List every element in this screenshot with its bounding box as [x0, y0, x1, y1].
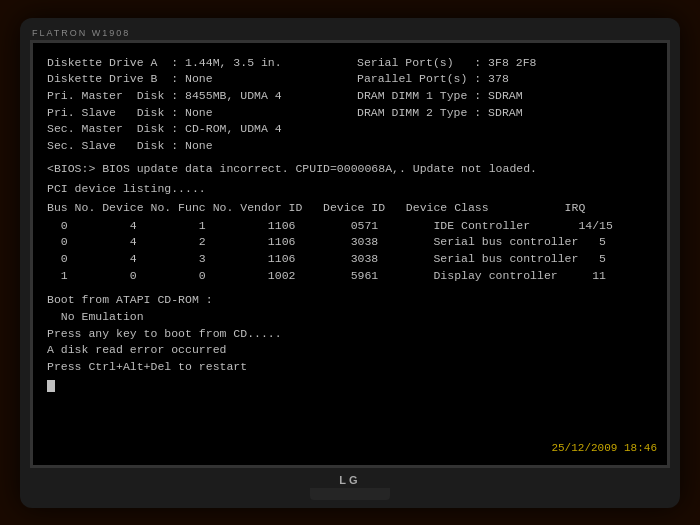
drive-line-4: Pri. Slave Disk : None: [47, 105, 357, 122]
bios-screen: Diskette Drive A : 1.44M, 3.5 in. Disket…: [30, 40, 670, 468]
boot-section: Boot from ATAPI CD-ROM : No Emulation Pr…: [47, 292, 653, 392]
drive-line-3: Pri. Master Disk : 8455MB, UDMA 4: [47, 88, 357, 105]
port-line-1: Serial Port(s) : 3F8 2F8: [357, 55, 653, 72]
monitor-brand: FLATRON W1908: [28, 26, 672, 40]
pci-listing-label: PCI device listing.....: [47, 181, 653, 198]
pci-row-2: 0 4 2 1106 3038 Serial bus controller 5: [47, 234, 653, 251]
timestamp: 25/12/2009 18:46: [551, 441, 657, 457]
pci-row-1: 0 4 1 1106 0571 IDE Controller 14/15: [47, 218, 653, 235]
drive-line-5: Sec. Master Disk : CD-ROM, UDMA 4: [47, 121, 357, 138]
cursor-blink: [47, 380, 55, 392]
drive-line-2: Diskette Drive B : None: [47, 71, 357, 88]
monitor-stand: [310, 488, 390, 500]
drive-line-1: Diskette Drive A : 1.44M, 3.5 in.: [47, 55, 357, 72]
port-line-4: DRAM DIMM 2 Type : SDRAM: [357, 105, 653, 122]
pci-row-4: 1 0 0 1002 5961 Display controller 11: [47, 268, 653, 285]
bios-warning: <BIOS:> BIOS update data incorrect. CPUI…: [47, 161, 653, 178]
pci-table-header: Bus No. Device No. Func No. Vendor ID De…: [47, 200, 653, 217]
monitor-bottom: LG: [28, 468, 672, 488]
drives-info: Diskette Drive A : 1.44M, 3.5 in. Disket…: [47, 55, 357, 155]
drive-line-6: Sec. Slave Disk : None: [47, 138, 357, 155]
port-line-2: Parallel Port(s) : 378: [357, 71, 653, 88]
monitor-logo: LG: [339, 474, 360, 486]
ports-info: Serial Port(s) : 3F8 2F8 Parallel Port(s…: [357, 55, 653, 155]
monitor: FLATRON W1908 Diskette Drive A : 1.44M, …: [20, 18, 680, 508]
port-line-3: DRAM DIMM 1 Type : SDRAM: [357, 88, 653, 105]
pci-row-3: 0 4 3 1106 3038 Serial bus controller 5: [47, 251, 653, 268]
system-info-block: Diskette Drive A : 1.44M, 3.5 in. Disket…: [47, 55, 653, 155]
